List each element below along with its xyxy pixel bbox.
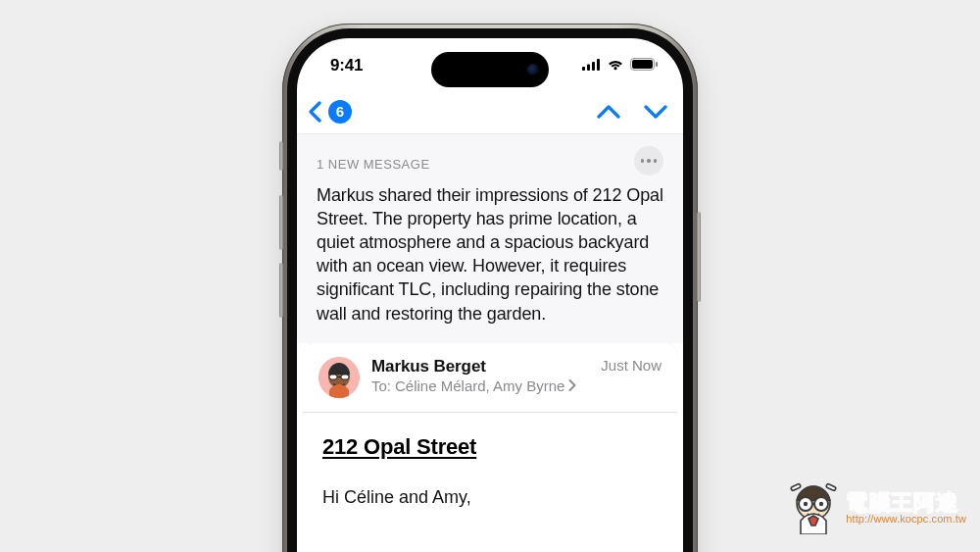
subject: 212 Opal Street xyxy=(322,434,658,460)
status-icons xyxy=(582,58,658,71)
back-chevron-icon[interactable] xyxy=(307,101,322,123)
svg-rect-5 xyxy=(632,60,653,69)
svg-point-18 xyxy=(804,502,808,506)
summary-section: 1 NEW MESSAGE Markus shared their impres… xyxy=(297,134,683,343)
watermark-mascot-icon xyxy=(789,481,838,534)
svg-rect-9 xyxy=(329,375,337,379)
svg-rect-0 xyxy=(582,67,585,71)
svg-rect-6 xyxy=(656,62,658,67)
recipients: Céline Mélard, Amy Byrne xyxy=(395,377,564,394)
status-time: 9:41 xyxy=(330,56,363,75)
wifi-icon xyxy=(607,59,624,71)
prev-message-button[interactable] xyxy=(597,104,620,120)
watermark-title: 電腦王阿達 xyxy=(846,492,966,514)
watermark-url: http://www.kocpc.com.tw xyxy=(846,514,966,525)
body-greeting: Hi Céline and Amy, xyxy=(322,485,658,509)
avatar-memoji-icon xyxy=(318,357,360,398)
svg-rect-13 xyxy=(826,483,837,491)
battery-icon xyxy=(630,58,658,71)
summary-text: Markus shared their impressions of 212 O… xyxy=(317,183,663,326)
svg-rect-10 xyxy=(341,375,349,379)
summary-label: 1 NEW MESSAGE xyxy=(317,157,430,172)
next-message-button[interactable] xyxy=(644,104,667,120)
side-button-volume-down xyxy=(279,263,283,318)
nav-bar: 6 xyxy=(297,93,683,134)
nav-back-area[interactable]: 6 xyxy=(307,100,352,124)
message-body: 212 Opal Street Hi Céline and Amy, xyxy=(303,413,677,509)
svg-point-19 xyxy=(819,502,823,506)
recipients-line[interactable]: To: Céline Mélard, Amy Byrne xyxy=(371,377,662,394)
ellipsis-icon xyxy=(641,159,645,163)
chevron-right-icon xyxy=(568,379,576,391)
svg-rect-3 xyxy=(597,59,600,71)
side-button-volume-up xyxy=(279,195,283,250)
message-header[interactable]: Markus Berget To: Céline Mélard, Amy Byr… xyxy=(303,343,677,413)
phone-frame: 9:41 xyxy=(282,24,698,552)
to-label: To: xyxy=(371,377,391,394)
more-button[interactable] xyxy=(634,146,663,176)
svg-rect-1 xyxy=(587,64,590,71)
svg-rect-12 xyxy=(791,483,802,491)
avatar[interactable] xyxy=(318,357,360,398)
unread-badge: 6 xyxy=(328,100,352,124)
phone-bezel: 9:41 xyxy=(287,28,693,552)
side-button-power xyxy=(697,212,701,302)
side-button-action xyxy=(279,141,283,171)
screen: 9:41 xyxy=(297,38,683,552)
timestamp: Just Now xyxy=(601,357,662,374)
watermark: 電腦王阿達 http://www.kocpc.com.tw xyxy=(789,481,966,534)
message-card: Markus Berget To: Céline Mélard, Amy Byr… xyxy=(303,343,677,552)
status-bar: 9:41 xyxy=(297,38,683,93)
svg-rect-2 xyxy=(592,62,595,71)
cellular-icon xyxy=(582,59,601,71)
